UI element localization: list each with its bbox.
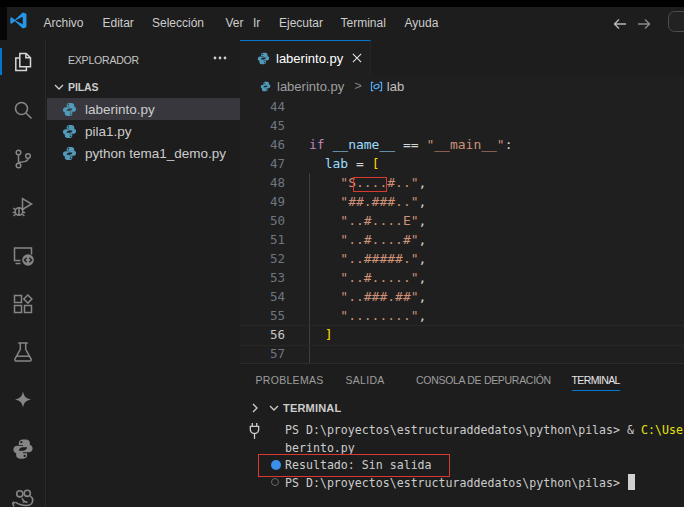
code-line-52[interactable]: 52 "..#####.", <box>240 249 684 268</box>
activity-python[interactable] <box>0 425 46 473</box>
activity-remote-explorer[interactable] <box>0 232 46 280</box>
terminal-segment: & <box>627 423 641 437</box>
menu-ayuda[interactable]: Ayuda <box>405 7 439 40</box>
annotation-red-box-code <box>353 177 387 192</box>
sparkle-icon <box>11 389 35 413</box>
terminal-content[interactable]: PS D:\proyectos\estructuraddedatos\pytho… <box>240 419 684 507</box>
line-content: if __name__ == "__main__": <box>285 135 513 154</box>
bottom-panel: PROBLEMASSALIDACONSOLA DE DEPURACIÓNTERM… <box>240 363 684 507</box>
close-icon[interactable] <box>351 52 363 64</box>
code-token: lab <box>325 156 348 171</box>
line-number: 54 <box>240 287 285 306</box>
code-line-53[interactable]: 53 "..#.....", <box>240 268 684 287</box>
code-line-48[interactable]: 48 "S....#..", <box>240 173 684 192</box>
line-content <box>285 344 309 363</box>
line-number: 47 <box>240 154 285 173</box>
panel-tab-label: CONSOLA DE DEPURACIÓN <box>416 374 551 386</box>
code-line-54[interactable]: 54 "..###.##", <box>240 287 684 306</box>
activity-chat[interactable] <box>0 377 46 425</box>
code-token <box>309 232 340 247</box>
line-number: 48 <box>240 173 285 192</box>
code-token: , <box>419 270 427 285</box>
code-token: [ <box>372 156 380 171</box>
code-token <box>309 194 340 209</box>
code-token: ] <box>325 327 333 342</box>
breadcrumb: laberinto.py > lab <box>240 75 684 97</box>
menu-selección[interactable]: Selección <box>152 7 204 40</box>
files-icon <box>11 50 35 74</box>
code-token: "........" <box>340 308 418 323</box>
panel-tab-problemas[interactable]: PROBLEMAS <box>256 364 324 397</box>
line-number: 52 <box>240 249 285 268</box>
code-line-51[interactable]: 51 "..#....#", <box>240 230 684 249</box>
code-token: , <box>419 308 427 323</box>
terminal-segment: C:\User <box>641 423 684 437</box>
activity-testing[interactable] <box>0 328 46 376</box>
code-line-55[interactable]: 55 "........", <box>240 306 684 325</box>
code-editor[interactable]: 444546if __name__ == "__main__":47 lab =… <box>240 97 684 363</box>
command-center-search[interactable] <box>668 11 684 32</box>
chevron-down-icon[interactable] <box>266 400 282 416</box>
breadcrumb-file[interactable]: laberinto.py <box>277 79 344 94</box>
code-line-50[interactable]: 50 "..#....E", <box>240 211 684 230</box>
code-line-46[interactable]: 46if __name__ == "__main__": <box>240 135 684 154</box>
remote-icon <box>11 244 35 268</box>
code-line-56[interactable]: 56 ] <box>240 325 684 344</box>
file-name: pila1.py <box>85 124 132 139</box>
line-content: "..###.##", <box>285 287 426 306</box>
code-line-44[interactable]: 44 <box>240 97 684 116</box>
line-number: 55 <box>240 306 285 325</box>
file-laberinto-py[interactable]: laberinto.py <box>47 98 240 120</box>
panel-tab-salida[interactable]: SALIDA <box>346 364 385 397</box>
window-top-edge <box>0 0 684 7</box>
line-number: 53 <box>240 268 285 287</box>
code-token <box>309 213 340 228</box>
activity-accounts[interactable] <box>0 474 46 507</box>
code-token: "..###.##" <box>340 289 418 304</box>
line-content: "..#....E", <box>285 211 426 230</box>
code-token: "..#####." <box>340 251 418 266</box>
menu-archivo[interactable]: Archivo <box>44 7 84 40</box>
python-file-icon <box>62 146 77 161</box>
code-line-47[interactable]: 47 lab = [ <box>240 154 684 173</box>
line-number: 51 <box>240 230 285 249</box>
panel-tabs: PROBLEMASSALIDACONSOLA DE DEPURACIÓNTERM… <box>240 364 684 397</box>
python-file-icon <box>62 124 77 139</box>
code-token <box>309 270 340 285</box>
menu-terminal[interactable]: Terminal <box>341 7 386 40</box>
code-token: , <box>419 232 427 247</box>
code-line-57[interactable]: 57 <box>240 344 684 363</box>
menu-ejecutar[interactable]: Ejecutar <box>279 7 323 40</box>
go-back-icon[interactable] <box>612 16 628 32</box>
panel-tab-terminal[interactable]: TERMINAL <box>572 364 620 397</box>
file-pila1-py[interactable]: pila1.py <box>47 120 240 142</box>
menu-ver[interactable]: Ver <box>226 7 244 40</box>
command-decoration-default[interactable] <box>271 478 279 486</box>
activity-extensions[interactable] <box>0 280 46 328</box>
ellipsis-icon[interactable] <box>210 50 230 66</box>
activity-source-control[interactable] <box>0 135 46 183</box>
code-line-49[interactable]: 49 "##.###..", <box>240 192 684 211</box>
python-file-icon <box>257 52 270 65</box>
code-line-45[interactable]: 45 <box>240 116 684 135</box>
menu-bar: ArchivoEditarSelecciónVerIrEjecutarTermi… <box>7 7 607 40</box>
go-forward-icon[interactable] <box>636 16 652 32</box>
breadcrumb-symbol[interactable]: lab <box>387 79 404 94</box>
activity-search[interactable] <box>0 86 46 134</box>
code-token: if <box>309 137 325 152</box>
panel-tab-consola-de-depuraci-n[interactable]: CONSOLA DE DEPURACIÓN <box>416 364 551 397</box>
panel-tab-label: TERMINAL <box>572 374 620 391</box>
file-python-tema1-demo-py[interactable]: python tema1_demo.py <box>47 142 240 164</box>
line-number: 57 <box>240 344 285 363</box>
file-name: python tema1_demo.py <box>85 146 226 161</box>
line-content: "##.###..", <box>285 192 426 211</box>
sidebar-title: EXPLORADOR <box>68 54 139 66</box>
section-header-pilas[interactable]: PILAS <box>47 76 240 98</box>
chevron-right-icon[interactable] <box>247 400 263 416</box>
terminal-segment: berinto.py <box>285 441 355 455</box>
menu-editar[interactable]: Editar <box>103 7 134 40</box>
menu-ir[interactable]: Ir <box>253 7 260 40</box>
tab-label: laberinto.py <box>276 51 343 66</box>
activity-explorer[interactable] <box>0 38 46 86</box>
activity-run-debug[interactable] <box>0 183 46 231</box>
